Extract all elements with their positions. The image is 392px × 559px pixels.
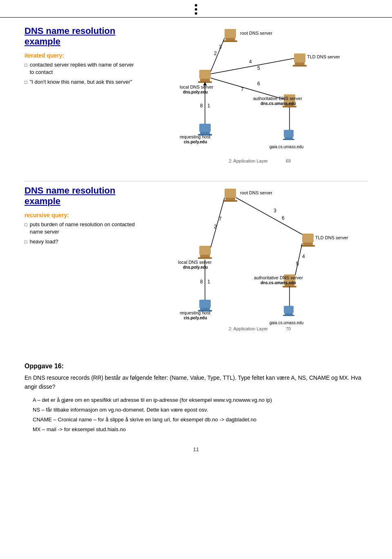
svg-rect-38 (303, 243, 313, 245)
top-decorative-dots (0, 0, 392, 16)
local-dns-label-1: local DNS server (180, 85, 214, 89)
section2-title: DNS name resolution example (24, 185, 135, 207)
section2-page-num: 70 (286, 326, 291, 331)
section2-bullet-1: puts burden of name resolution on contac… (24, 221, 135, 236)
svg-text:3: 3 (274, 208, 276, 214)
answer-cname: CNAME – Cronical name – for å slippe å s… (33, 415, 368, 424)
svg-rect-18 (284, 130, 294, 137)
svg-rect-41 (200, 255, 210, 257)
assignment-title: Oppgave 16: (24, 363, 368, 370)
svg-line-58 (211, 198, 225, 247)
svg-rect-2 (223, 40, 237, 42)
section1-bullet-1: contacted server replies with name of se… (24, 61, 135, 76)
svg-line-27 (211, 58, 294, 74)
svg-text:dns.poly.edu: dns.poly.edu (183, 90, 208, 94)
gaia-label-1: gaia.cs.umass.edu (270, 145, 303, 149)
assignment-answers: A – det er å gjøre om en spesifikk url a… (24, 396, 368, 434)
svg-rect-37 (302, 234, 314, 243)
section2-diagram: root DNS server TLD DNS server local DNS… (139, 185, 368, 338)
root-dns-label-2: root DNS server (240, 190, 272, 195)
svg-rect-12 (283, 106, 296, 107)
svg-rect-8 (198, 81, 212, 83)
svg-rect-15 (200, 132, 210, 134)
answer-a: A – det er å gjøre om en spesifikk url a… (33, 396, 368, 405)
svg-rect-34 (225, 189, 236, 198)
requesting-host-label-2: requesting host (180, 310, 210, 315)
requesting-host-label-1: requesting host (180, 134, 210, 139)
assignment-description: En DNS resource records (RR) består av f… (24, 373, 368, 392)
section1-iterated: DNS name resolution example iterated que… (24, 26, 368, 173)
page-number: 11 (0, 442, 392, 457)
svg-rect-4 (295, 62, 305, 65)
svg-rect-36 (223, 200, 237, 202)
svg-rect-1 (225, 38, 235, 40)
svg-rect-54 (283, 315, 294, 316)
svg-text:dns.cs.umass.edu: dns.cs.umass.edu (261, 281, 296, 285)
svg-rect-40 (199, 246, 211, 255)
svg-rect-19 (285, 137, 293, 139)
svg-text:6: 6 (282, 215, 285, 221)
svg-rect-0 (225, 29, 236, 38)
assignment-section: Oppgave 16: En DNS resource records (RR)… (0, 363, 392, 434)
svg-rect-7 (200, 79, 210, 81)
section1-bullet-2: "I don't know this name, but ask this se… (24, 78, 135, 86)
content-area: DNS name resolution example iterated que… (0, 18, 392, 346)
svg-text:1: 1 (207, 279, 210, 285)
svg-rect-20 (283, 139, 294, 140)
section1-title: DNS name resolution example (24, 26, 135, 47)
svg-rect-6 (199, 70, 211, 79)
svg-line-24 (211, 38, 225, 71)
svg-text:4: 4 (249, 59, 252, 65)
root-dns-label: root DNS server (240, 31, 272, 36)
svg-rect-53 (285, 313, 293, 315)
section2-query-type: recursive query: (24, 212, 135, 218)
svg-text:5: 5 (296, 261, 299, 267)
svg-rect-48 (199, 300, 211, 308)
svg-rect-14 (199, 124, 211, 132)
tld-dns-label-2: TLD DNS server (315, 235, 348, 240)
svg-text:dns.cs.umass.edu: dns.cs.umass.edu (261, 101, 296, 106)
svg-text:1: 1 (207, 103, 210, 109)
svg-rect-42 (198, 257, 212, 259)
svg-text:4: 4 (302, 254, 305, 259)
section2-recursive: DNS name resolution example recursive qu… (24, 185, 368, 338)
section1-svg: root DNS server TLD DNS server local DNS… (139, 26, 351, 169)
svg-text:5: 5 (257, 65, 260, 71)
tld-dns-label-1: TLD DNS server (307, 54, 340, 59)
svg-text:8: 8 (200, 279, 203, 285)
section1-page-num: 69 (286, 158, 291, 163)
section1-bottom-label: 2: Application Layer (229, 158, 268, 163)
svg-rect-5 (293, 65, 307, 67)
svg-text:7: 7 (241, 87, 244, 92)
svg-text:2: 2 (214, 224, 217, 229)
svg-rect-3 (294, 53, 305, 62)
section2-bullet-2: heavy load? (24, 238, 135, 245)
svg-text:8: 8 (200, 103, 203, 109)
svg-rect-39 (301, 245, 315, 247)
svg-line-30 (211, 78, 284, 99)
svg-line-61 (236, 198, 302, 234)
section1-diagram: root DNS server TLD DNS server local DNS… (139, 26, 368, 173)
svg-text:dns.poly.edu: dns.poly.edu (183, 265, 208, 269)
local-dns-label-2: local DNS server (178, 260, 212, 265)
svg-rect-49 (200, 308, 210, 310)
section2-svg: root DNS server TLD DNS server local DNS… (139, 185, 351, 336)
answer-ns: NS – får tilbake informasjon om vg.no-do… (33, 405, 368, 414)
auth-dns-label-1: authoritative DNS server (253, 96, 302, 101)
svg-text:2: 2 (214, 51, 217, 56)
section2-bottom-label: 2: Application Layer (229, 326, 268, 331)
answer-mx: MX – mail -> for eksempel stud.hials.no (33, 425, 368, 434)
svg-text:cis.poly.edu: cis.poly.edu (184, 140, 207, 144)
section1-left-panel: DNS name resolution example iterated que… (24, 26, 139, 173)
gaia-label-2: gaia.cs.umass.edu (270, 321, 303, 325)
auth-dns-label-2: authoritative DNS server (254, 275, 303, 280)
svg-rect-52 (284, 306, 294, 313)
svg-text:6: 6 (257, 81, 260, 87)
svg-rect-35 (225, 198, 235, 200)
svg-text:cis.poly.edu: cis.poly.edu (184, 316, 207, 320)
section2-left-panel: DNS name resolution example recursive qu… (24, 185, 139, 338)
svg-text:7: 7 (219, 216, 222, 222)
section1-query-type: iterated query: (24, 52, 135, 59)
svg-text:3: 3 (219, 44, 222, 50)
section-divider (24, 181, 368, 181)
